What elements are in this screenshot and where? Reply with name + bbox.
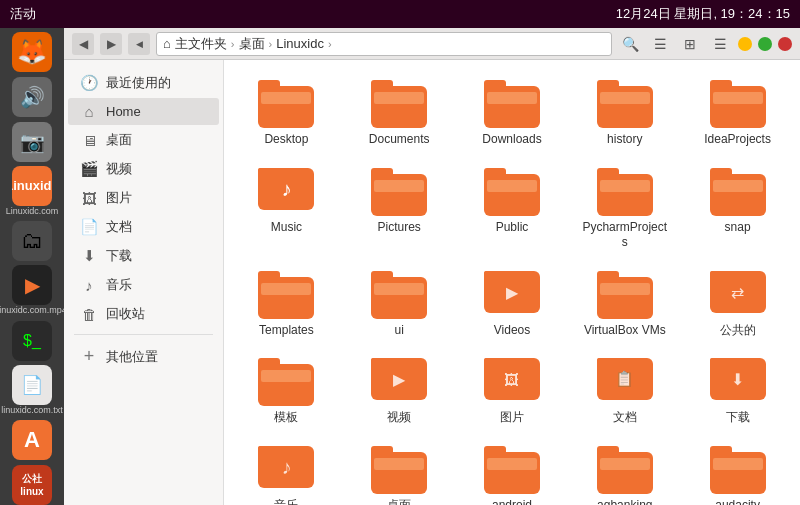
launcher-item-linuxbanner[interactable]: 公社linux — [6, 464, 58, 505]
file-item-videos[interactable]: ▶ Videos — [458, 263, 567, 347]
sidebar-item-videos[interactable]: 🎬 视频 — [68, 155, 219, 183]
search-icon[interactable]: 🔍 — [618, 32, 642, 56]
file-item-snap[interactable]: snap — [683, 160, 792, 259]
list-view-icon[interactable]: ☰ — [648, 32, 672, 56]
breadcrumb-home-icon: ⌂ — [163, 36, 171, 51]
back-button[interactable]: ◀ — [72, 33, 94, 55]
file-label-zhuomian: 桌面 — [387, 498, 411, 505]
launcher-item-fontviewer[interactable]: A — [6, 420, 58, 461]
file-item-yinyue[interactable]: ♪ 音乐 — [232, 438, 341, 505]
top-bar: 活动 12月24日 星期日, 19：24：15 — [0, 0, 800, 28]
folder-icon-documents — [371, 80, 427, 128]
file-label-moban: 模板 — [274, 410, 298, 426]
sidebar-item-downloads[interactable]: ⬇ 下载 — [68, 242, 219, 270]
file-item-music[interactable]: ♪ Music — [232, 160, 341, 259]
sidebar-label-downloads: 下载 — [106, 247, 132, 265]
file-grid-inner: Desktop Documents Down — [232, 72, 792, 505]
file-label-templates: Templates — [259, 323, 314, 339]
win-maximize-button[interactable] — [758, 37, 772, 51]
file-manager: ◀ ▶ ◀ ⌂ 主文件夹 › 桌面 › Linuxidc › 🔍 ☰ ⊞ ☰ 🕐 — [64, 28, 800, 505]
sidebar-item-trash[interactable]: 🗑 回收站 — [68, 300, 219, 328]
win-minimize-button[interactable] — [738, 37, 752, 51]
breadcrumb[interactable]: ⌂ 主文件夹 › 桌面 › Linuxidc › — [156, 32, 612, 56]
folder-icon-audacity — [710, 446, 766, 494]
sidebar-item-music[interactable]: ♪ 音乐 — [68, 271, 219, 299]
file-label-downloads: Downloads — [482, 132, 541, 148]
folder-icon-videos: ▶ — [484, 271, 540, 319]
breadcrumb-linuxidc[interactable]: Linuxidc — [276, 36, 324, 51]
file-item-zhuomian[interactable]: 桌面 — [345, 438, 454, 505]
file-label-wendang: 文档 — [613, 410, 637, 426]
file-item-gonggong[interactable]: ⇄ 公共的 — [683, 263, 792, 347]
menu-icon[interactable]: ☰ — [708, 32, 732, 56]
file-label-music: Music — [271, 220, 302, 236]
file-item-desktop[interactable]: Desktop — [232, 72, 341, 156]
folder-icon-history — [597, 80, 653, 128]
file-item-downloads[interactable]: Downloads — [458, 72, 567, 156]
folder-icon-agbanking — [597, 446, 653, 494]
file-item-pycharmprojects[interactable]: PycharmProjects — [570, 160, 679, 259]
documents-icon: 📄 — [80, 218, 98, 236]
sidebar-item-recent[interactable]: 🕐 最近使用的 — [68, 69, 219, 97]
sidebar-label-pictures: 图片 — [106, 189, 132, 207]
folder-icon-pycharmprojects — [597, 168, 653, 216]
sidebar-label-trash: 回收站 — [106, 305, 145, 323]
file-label-videos: Videos — [494, 323, 530, 339]
file-item-audacity[interactable]: audacity — [683, 438, 792, 505]
file-label-history: history — [607, 132, 642, 148]
sidebar-label-other: 其他位置 — [106, 348, 158, 366]
launcher-item-mp4[interactable]: ▶ linuxidc.com.mp4 — [6, 265, 58, 316]
breadcrumb-home[interactable]: 主文件夹 — [175, 35, 227, 53]
file-item-android[interactable]: android — [458, 438, 567, 505]
file-item-tupian[interactable]: 🖼 图片 — [458, 350, 567, 434]
linuxidc-icon-text: Linuxidc — [12, 178, 52, 194]
folder-icon-shipin: ▶ — [371, 358, 427, 406]
launcher-item-sound[interactable]: 🔊 — [6, 77, 58, 118]
sidebar-item-documents[interactable]: 📄 文档 — [68, 213, 219, 241]
launcher-item-txt[interactable]: 📄 linuxidc.com.txt — [6, 365, 58, 416]
forward-button[interactable]: ▶ — [100, 33, 122, 55]
file-item-pictures[interactable]: Pictures — [345, 160, 454, 259]
launcher-item-firefox[interactable]: 🦊 — [6, 32, 58, 73]
file-item-public[interactable]: Public — [458, 160, 567, 259]
file-item-moban[interactable]: 模板 — [232, 350, 341, 434]
launcher-item-terminal[interactable]: $_ — [6, 320, 58, 361]
sidebar-item-home[interactable]: ⌂ Home — [68, 98, 219, 125]
file-label-pictures: Pictures — [378, 220, 421, 236]
file-item-history[interactable]: history — [570, 72, 679, 156]
launcher-item-camera[interactable]: 📷 — [6, 121, 58, 162]
file-item-ui[interactable]: ui — [345, 263, 454, 347]
file-item-agbanking[interactable]: agbanking — [570, 438, 679, 505]
launcher-item-files[interactable]: 🗂 — [6, 221, 58, 262]
file-label-agbanking: agbanking — [597, 498, 652, 505]
toolbar-right: 🔍 ☰ ⊞ ☰ — [618, 32, 792, 56]
breadcrumb-desktop[interactable]: 桌面 — [239, 35, 265, 53]
file-item-documents[interactable]: Documents — [345, 72, 454, 156]
file-item-xiazai[interactable]: ⬇ 下载 — [683, 350, 792, 434]
file-item-templates[interactable]: Templates — [232, 263, 341, 347]
file-item-wendang[interactable]: 📋 文档 — [570, 350, 679, 434]
file-label-shipin: 视频 — [387, 410, 411, 426]
sidebar-item-other[interactable]: + 其他位置 — [68, 341, 219, 372]
file-label-virtualbox: VirtualBox VMs — [584, 323, 666, 339]
folder-icon-templates — [258, 271, 314, 319]
sidebar-label-documents: 文档 — [106, 218, 132, 236]
sidebar-item-pictures[interactable]: 🖼 图片 — [68, 184, 219, 212]
win-close-button[interactable] — [778, 37, 792, 51]
file-grid[interactable]: Desktop Documents Down — [224, 60, 800, 505]
mp4-label: linuxidc.com.mp4 — [0, 306, 64, 316]
file-item-ideaprojects[interactable]: IdeaProjects — [683, 72, 792, 156]
up-button[interactable]: ◀ — [128, 33, 150, 55]
folder-icon-desktop — [258, 80, 314, 128]
file-label-yinyue: 音乐 — [274, 498, 298, 505]
folder-icon-virtualbox — [597, 271, 653, 319]
file-item-shipin[interactable]: ▶ 视频 — [345, 350, 454, 434]
launcher-item-linuxidc[interactable]: Linuxidc Linuxidc.com — [6, 166, 58, 217]
activity-label[interactable]: 活动 — [10, 5, 36, 23]
file-label-snap: snap — [725, 220, 751, 236]
folder-icon-music: ♪ — [258, 168, 314, 216]
sidebar-item-desktop[interactable]: 🖥 桌面 — [68, 126, 219, 154]
grid-view-icon[interactable]: ⊞ — [678, 32, 702, 56]
file-label-xiazai: 下载 — [726, 410, 750, 426]
file-item-virtualbox[interactable]: VirtualBox VMs — [570, 263, 679, 347]
